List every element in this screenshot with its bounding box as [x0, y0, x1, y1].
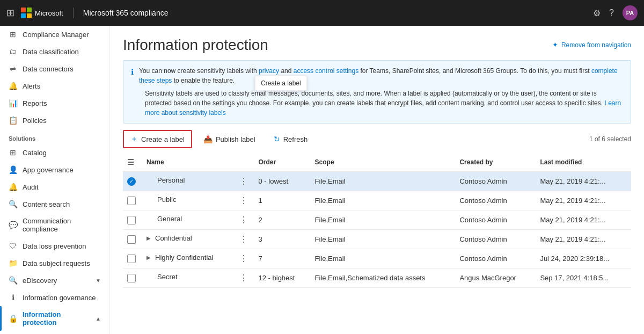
sidebar-item-information-protection[interactable]: 🔒 Information protection ▲ — [0, 306, 109, 331]
app-title: Microsoft 365 compliance — [83, 9, 169, 17]
sidebar-sub-item-overview[interactable]: Overview — [0, 331, 109, 334]
sidebar-item-audit[interactable]: 🔔 Audit — [0, 178, 109, 195]
create-label-button[interactable]: ＋ Create a label — [123, 130, 192, 148]
microsoft-logo: Microsoft — [21, 8, 63, 18]
sidebar-item-label: Compliance Manager — [23, 31, 89, 39]
table-row[interactable]: Public⋮1File,EmailContoso AdminMay 21, 2… — [123, 191, 631, 210]
row-scope: File,Email,Schematized data assets — [311, 268, 456, 288]
unchecked-icon — [127, 274, 136, 282]
page-title: Information protection — [123, 37, 268, 54]
th-created-by[interactable]: Created by — [455, 154, 536, 171]
row-created-by: Angus MacGregor — [455, 268, 536, 288]
sidebar-item-reports[interactable]: 📊 Reports — [0, 95, 109, 112]
info-icon: ℹ — [131, 67, 134, 78]
row-actions[interactable]: ⋮ — [235, 249, 254, 268]
table-row[interactable]: ▶Confidential⋮3File,EmailContoso AdminMa… — [123, 230, 631, 249]
row-checkbox[interactable]: ✓ — [123, 171, 142, 191]
row-name: General — [142, 210, 235, 227]
row-scope: File,Email — [311, 249, 456, 268]
main-header: Information protection ✦ Remove from nav… — [110, 26, 644, 60]
th-scope[interactable]: Scope — [311, 154, 456, 171]
sidebar-item-policies[interactable]: 📋 Policies — [0, 112, 109, 129]
information-protection-chevron-icon: ▲ — [96, 316, 101, 322]
row-checkbox[interactable] — [123, 230, 142, 249]
row-order: 3 — [254, 230, 311, 249]
table-row[interactable]: Secret⋮12 - highestFile,Email,Schematize… — [123, 268, 631, 288]
row-actions[interactable]: ⋮ — [235, 191, 254, 210]
th-actions — [235, 154, 254, 171]
row-created-by: Contoso Admin — [455, 191, 536, 210]
row-checkbox[interactable] — [123, 191, 142, 210]
row-created-by: Contoso Admin — [455, 210, 536, 230]
help-icon[interactable]: ? — [609, 8, 614, 18]
create-label-label: Create a label — [141, 135, 185, 143]
unchecked-icon — [127, 255, 136, 263]
info-access-control-link[interactable]: access control settings — [294, 67, 358, 75]
unchecked-icon — [127, 235, 136, 244]
sidebar-item-communication-compliance[interactable]: 💬 Communication compliance — [0, 213, 109, 237]
row-name: ▶Confidential — [142, 230, 235, 246]
sidebar-item-data-classification[interactable]: 🗂 Data classification — [0, 43, 109, 60]
row-last-modified: May 21, 2019 4:21:... — [536, 230, 631, 249]
publish-label-button[interactable]: 📤 Publish label — [196, 131, 262, 147]
sidebar-item-label: Content search — [23, 200, 70, 208]
sidebar-item-label: Reports — [23, 99, 47, 107]
user-avatar[interactable]: PA — [623, 5, 638, 20]
sidebar-item-label: eDiscovery — [23, 277, 57, 285]
sidebar-item-data-subject-requests[interactable]: 📁 Data subject requests — [0, 255, 109, 272]
table-row[interactable]: ▶Highly Confidential⋮7File,EmailContoso … — [123, 249, 631, 268]
row-actions[interactable]: ⋮ — [235, 171, 254, 191]
toolbar: ＋ Create a label 📤 Publish label ↻ Refre… — [110, 130, 644, 154]
sidebar-item-alerts[interactable]: 🔔 Alerts — [0, 77, 109, 95]
row-checkbox[interactable] — [123, 249, 142, 268]
th-last-modified[interactable]: Last modified — [536, 154, 631, 171]
sidebar-item-information-governance[interactable]: ℹ Information governance — [0, 289, 109, 306]
row-actions[interactable]: ⋮ — [235, 230, 254, 249]
solutions-section-label: Solutions — [0, 129, 109, 144]
th-checkbox[interactable]: ☰ — [123, 154, 142, 171]
sidebar-item-app-governance[interactable]: 👤 App governance — [0, 161, 109, 178]
th-order[interactable]: Order — [254, 154, 311, 171]
refresh-button[interactable]: ↻ Refresh — [267, 131, 315, 147]
content-search-icon: 🔍 — [9, 200, 17, 208]
policies-icon: 📋 — [9, 116, 17, 125]
row-name: Personal — [142, 172, 235, 188]
info-text-1: You can now create sensitivity labels wi… — [139, 67, 257, 75]
selected-count: 1 of 6 selected — [589, 135, 631, 143]
row-actions[interactable]: ⋮ — [235, 210, 254, 230]
table-row[interactable]: General⋮2File,EmailContoso AdminMay 21, … — [123, 210, 631, 230]
sidebar-item-content-search[interactable]: 🔍 Content search — [0, 195, 109, 213]
info-privacy-link[interactable]: privacy — [259, 67, 279, 75]
sidebar-item-label: Data connectors — [23, 65, 74, 73]
sidebar-item-label: Data subject requests — [23, 259, 90, 267]
expand-icon[interactable]: ▶ — [147, 255, 151, 260]
sidebar-item-data-loss-prevention[interactable]: 🛡 Data loss prevention — [0, 237, 109, 255]
sidebar-item-label: App governance — [23, 166, 74, 174]
expand-icon[interactable]: ▶ — [147, 235, 151, 241]
row-last-modified: May 21, 2019 4:21:... — [536, 210, 631, 230]
information-governance-icon: ℹ — [9, 293, 17, 302]
plus-icon: ＋ — [130, 134, 138, 144]
sidebar-item-label: Data loss prevention — [23, 242, 86, 250]
app-governance-icon: 👤 — [9, 165, 17, 174]
sidebar-item-compliance-manager[interactable]: ⊞ Compliance Manager — [0, 26, 109, 43]
publish-label-label: Publish label — [216, 135, 255, 143]
sidebar-item-ediscovery[interactable]: 🔍 eDiscovery ▼ — [0, 272, 109, 289]
th-name[interactable]: Name — [142, 154, 235, 171]
remove-from-navigation-button[interactable]: ✦ Remove from navigation — [552, 41, 631, 49]
row-checkbox[interactable] — [123, 210, 142, 230]
row-actions[interactable]: ⋮ — [235, 268, 254, 288]
settings-icon[interactable]: ⚙ — [593, 8, 601, 18]
checked-icon: ✓ — [127, 177, 136, 186]
unchecked-icon — [127, 197, 136, 205]
grid-icon[interactable]: ⊞ — [6, 7, 14, 19]
row-order: 0 - lowest — [254, 171, 311, 191]
row-scope: File,Email — [311, 191, 456, 210]
info-banner-text2: Sensitivity labels are used to classify … — [131, 89, 623, 118]
sidebar-item-data-connectors[interactable]: ⇌ Data connectors — [0, 60, 109, 77]
row-checkbox[interactable] — [123, 268, 142, 288]
sidebar-item-label: Communication compliance — [23, 217, 101, 233]
row-last-modified: May 21, 2019 4:21:... — [536, 191, 631, 210]
table-row[interactable]: ✓Personal⋮0 - lowestFile,EmailContoso Ad… — [123, 171, 631, 191]
sidebar-item-catalog[interactable]: ⊞ Catalog — [0, 144, 109, 161]
